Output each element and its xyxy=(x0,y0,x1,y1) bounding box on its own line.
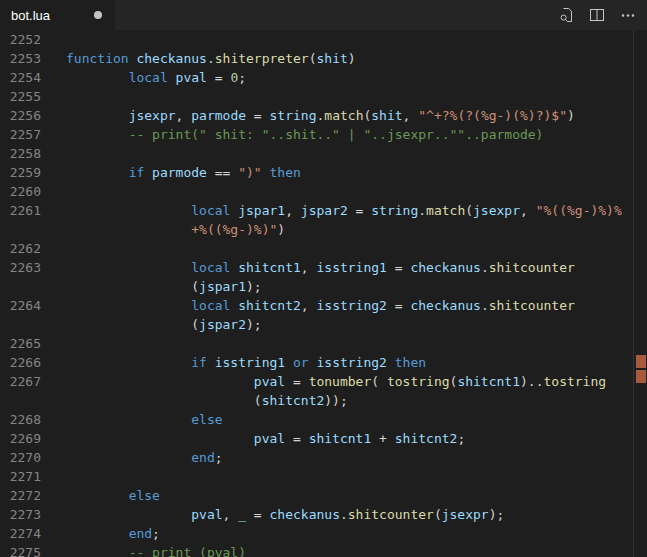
line-number[interactable]: 2256 xyxy=(0,106,41,125)
code-editor[interactable]: 22522253function checkanus.shiterpreter(… xyxy=(0,30,647,557)
code-line[interactable]: 2272 else xyxy=(0,486,647,505)
code-token xyxy=(66,127,129,142)
overview-ruler-marker xyxy=(636,355,646,368)
line-number[interactable]: 2260 xyxy=(0,182,41,201)
line-number[interactable]: 2255 xyxy=(0,87,41,106)
code-token: -- print(" shit: "..shit.." | "..jsexpr.… xyxy=(129,127,544,142)
tab-bar: bot.lua xyxy=(0,0,647,30)
code-line[interactable]: 2252 xyxy=(0,30,647,49)
code-token: parmode xyxy=(152,165,207,180)
line-number[interactable]: 2265 xyxy=(0,334,41,353)
split-editor-icon[interactable] xyxy=(587,5,607,25)
line-number[interactable]: 2267 xyxy=(0,372,41,391)
line-number[interactable]: 2261 xyxy=(0,201,41,220)
line-number[interactable]: 2254 xyxy=(0,68,41,87)
code-line[interactable]: 2266 if isstring1 or isstring2 then xyxy=(0,353,647,372)
code-token xyxy=(66,165,129,180)
line-number[interactable]: 2257 xyxy=(0,125,41,144)
code-line[interactable]: 2263 local shitcnt1, isstring1 = checkan… xyxy=(0,258,647,277)
line-number[interactable]: 2263 xyxy=(0,258,41,277)
code-line[interactable]: (shitcnt2)); xyxy=(0,391,647,410)
line-number[interactable]: 2273 xyxy=(0,505,41,524)
code-token: shitcnt2 xyxy=(238,298,301,313)
code-token: "%((%g-)%)% xyxy=(536,203,622,218)
code-line[interactable]: 2258 xyxy=(0,144,647,163)
code-line[interactable]: 2273 pval, _ = checkanus.shitcounter(jse… xyxy=(0,505,647,524)
code-token: ; xyxy=(238,70,246,85)
code-line[interactable]: 2274 end; xyxy=(0,524,647,543)
line-number[interactable]: 2253 xyxy=(0,49,41,68)
more-actions-icon[interactable] xyxy=(618,5,638,25)
code-line[interactable]: 2270 end; xyxy=(0,448,647,467)
line-number[interactable]: 2269 xyxy=(0,429,41,448)
code-line[interactable]: (jspar2); xyxy=(0,315,647,334)
code-line[interactable]: 2255 xyxy=(0,87,647,106)
line-number[interactable]: 2258 xyxy=(0,144,41,163)
scrollbar[interactable] xyxy=(633,30,647,557)
code-token: shitcounter xyxy=(489,298,575,313)
code-line[interactable]: +%((%g-)%)") xyxy=(0,220,647,239)
code-token xyxy=(66,298,191,313)
code-line[interactable]: 2268 else xyxy=(0,410,647,429)
code-text: pval, _ = checkanus.shitcounter(jsexpr); xyxy=(41,505,504,524)
code-token: jsexpr xyxy=(442,507,489,522)
line-number[interactable]: 2259 xyxy=(0,163,41,182)
code-token: , xyxy=(285,203,301,218)
code-line[interactable]: 2257 -- print(" shit: "..shit.." | "..js… xyxy=(0,125,647,144)
code-line[interactable]: 2275 -- print (pval) xyxy=(0,543,647,557)
line-number[interactable]: 2266 xyxy=(0,353,41,372)
code-token: ) xyxy=(567,108,575,123)
line-number[interactable]: 2270 xyxy=(0,448,41,467)
modified-dot-icon[interactable] xyxy=(94,11,102,19)
line-number[interactable]: 2271 xyxy=(0,467,41,486)
code-token xyxy=(66,526,129,541)
line-number[interactable] xyxy=(0,391,41,410)
code-line[interactable]: 2253function checkanus.shiterpreter(shit… xyxy=(0,49,647,68)
code-line[interactable]: 2259 if parmode == ")" then xyxy=(0,163,647,182)
code-token xyxy=(66,488,129,503)
code-token: = xyxy=(387,260,410,275)
code-token xyxy=(144,165,152,180)
line-number[interactable]: 2272 xyxy=(0,486,41,505)
code-text: else xyxy=(41,410,223,429)
line-number[interactable]: 2262 xyxy=(0,239,41,258)
code-line[interactable]: (jspar1); xyxy=(0,277,647,296)
code-text: local jspar1, jspar2 = string.match(jsex… xyxy=(41,201,622,220)
code-line[interactable]: 2271 xyxy=(0,467,647,486)
code-line[interactable]: 2260 xyxy=(0,182,647,201)
code-line[interactable]: 2261 local jspar1, jspar2 = string.match… xyxy=(0,201,647,220)
line-number[interactable]: 2252 xyxy=(0,30,41,49)
code-token: ); xyxy=(246,317,262,332)
line-number[interactable]: 2274 xyxy=(0,524,41,543)
code-text: function checkanus.shiterpreter(shit) xyxy=(41,49,356,68)
code-token: tostring xyxy=(543,374,606,389)
code-line[interactable]: 2254 local pval = 0; xyxy=(0,68,647,87)
code-line[interactable]: 2265 xyxy=(0,334,647,353)
code-token: _ xyxy=(238,507,246,522)
open-changes-icon[interactable] xyxy=(556,5,576,25)
code-line[interactable]: 2267 pval = tonumber( tostring(shitcnt1)… xyxy=(0,372,647,391)
code-token: ); xyxy=(489,507,505,522)
line-number[interactable]: 2275 xyxy=(0,543,41,557)
line-number[interactable] xyxy=(0,315,41,334)
code-token: pval xyxy=(191,507,222,522)
code-text xyxy=(41,87,66,106)
code-line[interactable]: 2264 local shitcnt2, isstring2 = checkan… xyxy=(0,296,647,315)
code-line[interactable]: 2269 pval = shitcnt1 + shitcnt2; xyxy=(0,429,647,448)
code-token: jspar2 xyxy=(199,317,246,332)
code-token: shitcnt1 xyxy=(309,431,372,446)
line-number[interactable] xyxy=(0,220,41,239)
more-actions-glyph xyxy=(620,7,636,23)
line-number[interactable] xyxy=(0,277,41,296)
tab-bot-lua[interactable]: bot.lua xyxy=(0,0,115,30)
code-token: shitcnt2 xyxy=(395,431,458,446)
code-token xyxy=(66,507,191,522)
code-token: shitcnt1 xyxy=(238,260,301,275)
code-line[interactable]: 2256 jsexpr, parmode = string.match(shit… xyxy=(0,106,647,125)
line-number[interactable]: 2264 xyxy=(0,296,41,315)
code-token: parmode xyxy=(191,108,246,123)
code-token: shiterpreter xyxy=(215,51,309,66)
line-number[interactable]: 2268 xyxy=(0,410,41,429)
code-token: . xyxy=(418,203,426,218)
code-line[interactable]: 2262 xyxy=(0,239,647,258)
